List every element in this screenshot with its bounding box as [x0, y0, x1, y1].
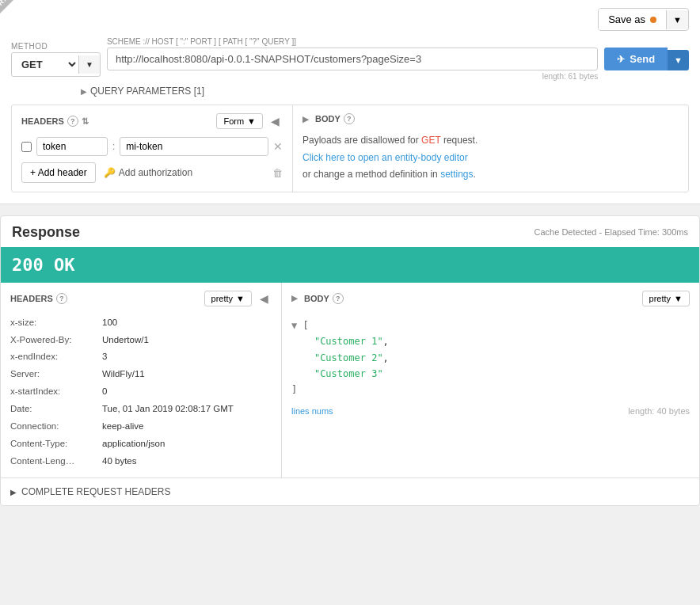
resp-header-x-powered-by: X-Powered-By: Undertow/1 [10, 332, 272, 349]
get-link[interactable]: GET [421, 135, 440, 146]
response-headers-title: HEADERS ? [10, 293, 67, 304]
url-length: length: 61 bytes [107, 72, 598, 81]
complete-request-headers-row[interactable]: ▶ COMPLETE REQUEST HEADERS [1, 478, 699, 505]
query-params-toggle[interactable]: QUERY PARAMETERS [1] [90, 86, 204, 97]
json-footer: lines nums length: 40 bytes [291, 406, 690, 416]
save-as-group: Save as ▼ [598, 8, 689, 31]
body-panel-header: ▶ BODY ? [302, 113, 679, 124]
response-section: Response Cache Detected - Elapsed Time: … [0, 215, 700, 507]
send-label: Send [630, 53, 655, 65]
body-info-icon[interactable]: ? [344, 113, 355, 124]
settings-link[interactable]: settings [440, 169, 473, 180]
url-input[interactable] [107, 48, 598, 70]
json-length: length: 40 bytes [628, 406, 690, 416]
method-label: METHOD [11, 42, 101, 51]
top-bar: Save as ▼ [11, 8, 689, 31]
add-header-button[interactable]: + Add header [21, 162, 96, 183]
headers-collapse-button[interactable]: ◀ [268, 113, 283, 129]
method-select[interactable]: GET POST PUT DELETE PATCH [12, 53, 78, 76]
response-headers-pretty-button[interactable]: pretty ▼ [204, 291, 252, 306]
resp-header-x-startindex: x-startIndex: 0 [10, 383, 272, 401]
send-button[interactable]: ✈ Send [604, 48, 668, 70]
response-header: Response Cache Detected - Elapsed Time: … [1, 216, 699, 247]
resp-header-date: Date: Tue, 01 Jan 2019 02:08:17 GMT [10, 401, 272, 418]
response-headers-collapse-button[interactable]: ◀ [257, 291, 272, 306]
add-header-label: + Add header [30, 167, 87, 178]
body-panel: ▶ BODY ? Payloads are disallowed for GET… [293, 105, 688, 192]
headers-panel-header: HEADERS ? ⇅ Form ▼ ◀ [21, 113, 283, 129]
resp-header-content-length: Content-Leng… 40 bytes [10, 453, 272, 470]
complete-req-label: COMPLETE REQUEST HEADERS [21, 486, 170, 497]
response-body-panel: ▶ BODY ? pretty ▼ ▼ [ "Customer 1", "Cus… [282, 283, 699, 478]
body-arrow-icon: ▶ [291, 294, 298, 302]
save-as-button[interactable]: Save as [599, 9, 666, 30]
body-title: ▶ BODY ? [302, 113, 355, 124]
resp-header-server: Server: WildFly/11 [10, 366, 272, 383]
response-body-info-icon[interactable]: ? [333, 293, 344, 304]
resp-header-connection: Connection: keep-alive [10, 418, 272, 436]
response-headers-panel-header: HEADERS ? pretty ▼ ◀ [10, 291, 272, 306]
header-checkbox[interactable] [21, 142, 32, 152]
json-item-2: "Customer 2" [314, 352, 383, 363]
resp-header-x-size: x-size: 100 [10, 314, 272, 332]
delete-icon[interactable]: 🗑 [272, 167, 283, 179]
add-auth-label: Add authorization [119, 167, 192, 178]
header-value-input[interactable] [120, 137, 268, 156]
payload-text-1: Payloads are disallowed for [302, 135, 421, 146]
query-params-row: ▶ QUERY PARAMETERS [1] [81, 86, 689, 97]
url-group: SCHEME :// HOST [ ":" PORT ] [ PATH [ "?… [107, 37, 598, 81]
form-button[interactable]: Form ▼ [216, 113, 263, 129]
resp-header-x-endindex: x-endIndex: 3 [10, 348, 272, 366]
resp-header-content-type: Content-Type: application/json [10, 436, 272, 453]
headers-info-icon[interactable]: ? [67, 116, 78, 127]
request-panel: DRAFT Save as ▼ METHOD GET POST PUT DELE… [0, 0, 700, 204]
json-close-bracket: ] [291, 384, 297, 395]
headers-panel: HEADERS ? ⇅ Form ▼ ◀ : ✕ [12, 105, 293, 192]
method-group: METHOD GET POST PUT DELETE PATCH ▼ [11, 42, 101, 77]
pretty-caret-icon: ▼ [236, 294, 245, 303]
json-body: ▼ [ "Customer 1", "Customer 2", "Custome… [291, 314, 690, 401]
header-remove-button[interactable]: ✕ [273, 140, 283, 153]
response-headers-table: x-size: 100 X-Powered-By: Undertow/1 x-e… [10, 314, 272, 470]
payload-text-4: . [473, 169, 475, 180]
response-body: HEADERS ? pretty ▼ ◀ x-size: 100 X-P [1, 283, 699, 478]
scheme-label: SCHEME :// HOST [ ":" PORT ] [ PATH [ "?… [107, 37, 598, 46]
header-row: : ✕ [21, 137, 283, 156]
header-action-row: + Add header 🔑 Add authorization 🗑 [21, 162, 283, 183]
send-dropdown-button[interactable]: ▼ [668, 50, 689, 70]
header-key-input[interactable] [36, 137, 108, 156]
response-body-panel-header: ▶ BODY ? pretty ▼ [291, 291, 690, 306]
headers-sort-icon[interactable]: ⇅ [82, 116, 89, 127]
body-expand-icon: ▶ [302, 115, 309, 124]
entity-body-editor-link[interactable]: Click here to open an entity-body editor [302, 152, 468, 163]
form-caret-icon: ▼ [247, 116, 256, 126]
response-headers-panel: HEADERS ? pretty ▼ ◀ x-size: 100 X-P [1, 283, 282, 478]
payload-text-2: request. [441, 135, 478, 146]
json-collapse-icon[interactable]: ▼ [291, 320, 302, 331]
method-caret-icon: ▼ [78, 55, 100, 74]
payload-text-3: or change a method definition in [302, 169, 440, 180]
query-params-expand-icon: ▶ [81, 87, 87, 96]
response-title: Response [12, 224, 80, 241]
send-group: ✈ Send ▼ [604, 48, 689, 70]
save-as-dropdown-button[interactable]: ▼ [666, 10, 688, 29]
body-text: Payloads are disallowed for GET request.… [302, 132, 679, 184]
response-meta: Cache Detected - Elapsed Time: 300ms [535, 227, 688, 237]
lines-nums-link[interactable]: lines nums [291, 406, 333, 416]
add-authorization-button[interactable]: 🔑 Add authorization [104, 167, 192, 178]
headers-title: HEADERS ? ⇅ [21, 116, 89, 127]
response-body-title: ▶ BODY ? [291, 293, 344, 304]
response-body-pretty-button[interactable]: pretty ▼ [642, 291, 690, 306]
body-pretty-caret-icon: ▼ [674, 294, 683, 303]
method-url-row: METHOD GET POST PUT DELETE PATCH ▼ SCHEM… [11, 37, 689, 81]
complete-req-expand-icon: ▶ [10, 488, 17, 497]
save-as-dot [650, 17, 656, 23]
headers-body-split: HEADERS ? ⇅ Form ▼ ◀ : ✕ [11, 105, 689, 192]
send-arrow-icon: ✈ [617, 54, 625, 65]
method-select-wrap: GET POST PUT DELETE PATCH ▼ [11, 52, 101, 77]
save-as-label: Save as [608, 13, 645, 25]
response-headers-info-icon[interactable]: ? [56, 293, 67, 304]
json-item-3: "Customer 3" [314, 368, 383, 379]
status-text: 200 OK [12, 255, 74, 275]
status-bar: 200 OK [1, 247, 699, 283]
